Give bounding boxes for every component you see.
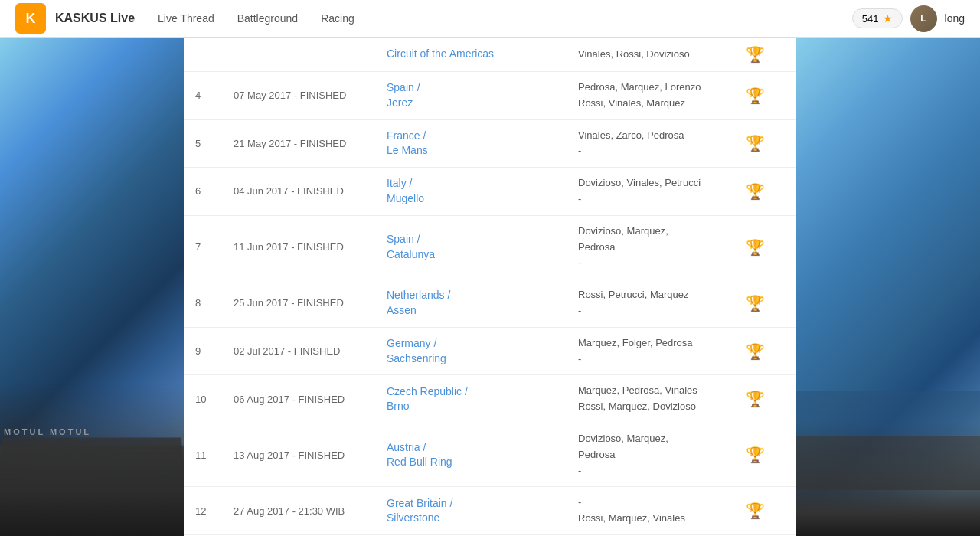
row-location: Great Britain /Silverstone (375, 487, 567, 535)
nav-items: Live Thread Battleground Racing (158, 8, 852, 28)
points-badge: 541 ★ (852, 8, 903, 28)
row-number: 12 (184, 487, 222, 535)
table-row: 902 Jul 2017 - FINISHEDGermany /Sachsenr… (184, 327, 796, 375)
row-riders: Dovizioso, Marquez, Pedrosa- (567, 215, 714, 279)
row-riders: Pedrosa, Marquez, LorenzoRossi, Vinales,… (567, 72, 714, 120)
table-row: 1113 Aug 2017 - FINISHEDAustria /Red Bul… (184, 423, 796, 486)
row-action: 🏆 (714, 375, 796, 423)
row-action: 🏆 (714, 487, 796, 535)
row-action: 🏆 (714, 279, 796, 328)
row-date: 07 May 2017 - FINISHED (222, 72, 375, 120)
country-link[interactable]: Germany / (387, 336, 555, 351)
riders-top: Vinales, Rossi, Dovizioso (578, 47, 703, 63)
circuit-link[interactable]: Assen (387, 303, 555, 319)
riders-bottom: - (578, 191, 703, 208)
brand-name: KASKUS Live (55, 11, 135, 25)
row-location: Circuit of the Americas (375, 38, 567, 72)
row-number: 8 (184, 279, 222, 328)
row-action: 🏆 (714, 215, 796, 279)
riders-bottom: - (578, 143, 703, 159)
row-location: France /Le Mans (375, 119, 567, 168)
circuit-link[interactable]: Le Mans (387, 143, 555, 159)
row-date: 11 Jun 2017 - FINISHED (222, 215, 375, 279)
riders-bottom: - (578, 255, 703, 271)
row-location: Spain /Jerez (375, 72, 567, 120)
row-number: 10 (184, 375, 222, 423)
row-date: 06 Aug 2017 - FINISHED (222, 375, 375, 423)
trophy-icon: 🏆 (746, 87, 765, 104)
trophy-icon: 🏆 (746, 239, 765, 256)
riders-top: Vinales, Zarco, Pedrosa (578, 128, 703, 144)
circuit-link[interactable]: Mugello (387, 191, 555, 207)
points-value: 541 (862, 13, 879, 25)
row-location: Spain /Catalunya (375, 215, 567, 279)
row-action: 🏆 (714, 72, 796, 120)
navbar: K KASKUS Live Live Thread Battleground R… (0, 0, 980, 38)
star-icon: ★ (883, 12, 893, 25)
username: long (945, 12, 965, 25)
row-date: 27 Aug 2017 - 21:30 WIB (222, 487, 375, 535)
country-link[interactable]: Italy / (387, 176, 555, 191)
row-riders: Marquez, Pedrosa, VinalesRossi, Marquez,… (567, 375, 714, 423)
row-number: 5 (184, 119, 222, 168)
table-row: 1006 Aug 2017 - FINISHEDCzech Republic /… (184, 375, 796, 423)
avatar-initial: L (920, 13, 926, 24)
row-action: 🏆 (714, 168, 796, 216)
circuit-link[interactable]: Sachsenring (387, 351, 555, 367)
row-location: Austria /Red Bull Ring (375, 423, 567, 486)
circuit-link[interactable]: Brno (387, 399, 555, 414)
riders-top: Dovizioso, Vinales, Petrucci (578, 175, 703, 191)
riders-top: Dovizioso, Marquez, Pedrosa (578, 431, 703, 463)
riders-bottom: Rossi, Vinales, Marquez (578, 96, 703, 112)
trophy-icon: 🏆 (746, 46, 765, 63)
row-action: 🏆 (714, 38, 796, 72)
riders-bottom: Rossi, Marquez, Vinales (578, 511, 703, 527)
row-location: Germany /Sachsenring (375, 327, 567, 375)
race-table: Circuit of the AmericasVinales, Rossi, D… (184, 38, 796, 536)
country-link[interactable]: Czech Republic / (387, 384, 555, 400)
nav-racing[interactable]: Racing (321, 8, 354, 28)
circuit-link[interactable]: Silverstone (387, 511, 555, 526)
row-number: 7 (184, 215, 222, 279)
row-riders: Vinales, Zarco, Pedrosa- (567, 119, 714, 168)
row-riders: Dovizioso, Vinales, Petrucci- (567, 168, 714, 216)
row-date: 13 Aug 2017 - FINISHED (222, 423, 375, 486)
trophy-icon: 🏆 (746, 135, 765, 152)
row-riders: Rossi, Petrucci, Marquez- (567, 279, 714, 328)
riders-bottom: Rossi, Marquez, Dovizioso (578, 399, 703, 415)
nav-live-thread[interactable]: Live Thread (158, 8, 214, 28)
bg-right (796, 38, 980, 536)
trophy-icon: 🏆 (746, 343, 765, 360)
country-link[interactable]: Great Britain / (387, 496, 555, 511)
circuit-link[interactable]: Jerez (387, 96, 555, 111)
country-link[interactable]: Spain / (387, 80, 555, 96)
trophy-icon: 🏆 (746, 295, 765, 312)
row-date: 25 Jun 2017 - FINISHED (222, 279, 375, 328)
row-number (184, 38, 222, 72)
row-action: 🏆 (714, 119, 796, 168)
country-link[interactable]: Spain / (387, 232, 555, 247)
trophy-icon: 🏆 (746, 446, 765, 463)
table-row: 604 Jun 2017 - FINISHEDItaly /MugelloDov… (184, 168, 796, 216)
country-link[interactable]: Austria / (387, 440, 555, 456)
row-number: 9 (184, 327, 222, 375)
nav-battleground[interactable]: Battleground (237, 8, 298, 28)
circuit-link[interactable]: Red Bull Ring (387, 455, 555, 470)
user-avatar[interactable]: L (910, 5, 937, 32)
riders-top: - (578, 495, 703, 511)
table-row: 407 May 2017 - FINISHEDSpain /JerezPedro… (184, 72, 796, 120)
row-number: 11 (184, 423, 222, 486)
logo-letter: K (26, 11, 36, 27)
table-row: 825 Jun 2017 - FINISHEDNetherlands /Asse… (184, 279, 796, 328)
kaskus-logo[interactable]: K (15, 3, 46, 34)
row-location: Czech Republic /Brno (375, 375, 567, 423)
location-link[interactable]: Circuit of the Americas (387, 47, 555, 62)
country-link[interactable]: Netherlands / (387, 288, 555, 303)
country-link[interactable]: France / (387, 129, 555, 144)
riders-top: Rossi, Petrucci, Marquez (578, 287, 703, 303)
circuit-link[interactable]: Catalunya (387, 247, 555, 263)
riders-top: Pedrosa, Marquez, Lorenzo (578, 80, 703, 96)
row-date (222, 38, 375, 72)
track-surface-left (0, 438, 184, 491)
row-date: 04 Jun 2017 - FINISHED (222, 168, 375, 216)
